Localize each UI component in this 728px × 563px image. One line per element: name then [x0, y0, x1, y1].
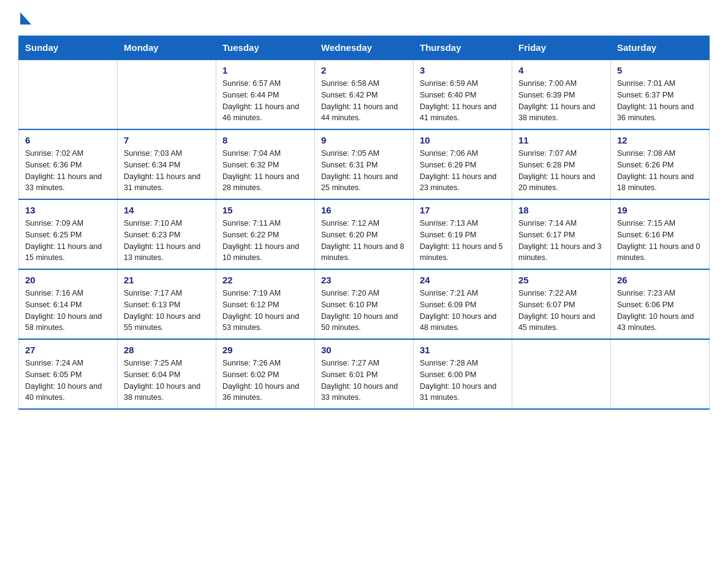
- day-number: 4: [518, 65, 604, 75]
- calendar-empty-cell: [611, 339, 710, 409]
- day-number: 21: [124, 275, 210, 285]
- weekday-header-monday: Monday: [118, 36, 216, 60]
- day-number: 13: [25, 205, 111, 215]
- weekday-header-tuesday: Tuesday: [216, 36, 315, 60]
- day-info: Sunrise: 7:12 AMSunset: 6:20 PMDaylight:…: [321, 218, 407, 264]
- calendar-day-8: 8Sunrise: 7:04 AMSunset: 6:32 PMDaylight…: [216, 129, 315, 199]
- day-info: Sunrise: 7:16 AMSunset: 6:14 PMDaylight:…: [25, 288, 111, 334]
- day-number: 1: [222, 65, 308, 75]
- day-info: Sunrise: 6:58 AMSunset: 6:42 PMDaylight:…: [321, 78, 407, 124]
- calendar-day-22: 22Sunrise: 7:19 AMSunset: 6:12 PMDayligh…: [216, 269, 315, 339]
- day-number: 24: [420, 275, 506, 285]
- day-info: Sunrise: 7:01 AMSunset: 6:37 PMDaylight:…: [617, 78, 703, 124]
- day-number: 9: [321, 135, 407, 145]
- day-number: 16: [321, 205, 407, 215]
- day-info: Sunrise: 7:06 AMSunset: 6:29 PMDaylight:…: [420, 148, 506, 194]
- calendar-day-13: 13Sunrise: 7:09 AMSunset: 6:25 PMDayligh…: [19, 199, 118, 269]
- day-info: Sunrise: 7:20 AMSunset: 6:10 PMDaylight:…: [321, 288, 407, 334]
- calendar-day-15: 15Sunrise: 7:11 AMSunset: 6:22 PMDayligh…: [216, 199, 315, 269]
- day-number: 6: [25, 135, 111, 145]
- calendar-week-row: 1Sunrise: 6:57 AMSunset: 6:44 PMDaylight…: [19, 59, 710, 129]
- day-info: Sunrise: 7:04 AMSunset: 6:32 PMDaylight:…: [222, 148, 308, 194]
- weekday-header-saturday: Saturday: [611, 36, 710, 60]
- day-info: Sunrise: 6:57 AMSunset: 6:44 PMDaylight:…: [222, 78, 308, 124]
- calendar-day-7: 7Sunrise: 7:03 AMSunset: 6:34 PMDaylight…: [118, 129, 216, 199]
- calendar-day-29: 29Sunrise: 7:26 AMSunset: 6:02 PMDayligh…: [216, 339, 315, 409]
- calendar-day-1: 1Sunrise: 6:57 AMSunset: 6:44 PMDaylight…: [216, 59, 315, 129]
- calendar-day-11: 11Sunrise: 7:07 AMSunset: 6:28 PMDayligh…: [512, 129, 611, 199]
- day-info: Sunrise: 6:59 AMSunset: 6:40 PMDaylight:…: [420, 78, 506, 124]
- calendar-week-row: 27Sunrise: 7:24 AMSunset: 6:05 PMDayligh…: [19, 339, 710, 409]
- calendar-week-row: 20Sunrise: 7:16 AMSunset: 6:14 PMDayligh…: [19, 269, 710, 339]
- day-number: 7: [124, 135, 210, 145]
- calendar-day-4: 4Sunrise: 7:00 AMSunset: 6:39 PMDaylight…: [512, 59, 611, 129]
- day-info: Sunrise: 7:05 AMSunset: 6:31 PMDaylight:…: [321, 148, 407, 194]
- weekday-header-sunday: Sunday: [19, 36, 118, 60]
- day-number: 25: [518, 275, 604, 285]
- day-info: Sunrise: 7:22 AMSunset: 6:07 PMDaylight:…: [518, 288, 604, 334]
- day-info: Sunrise: 7:09 AMSunset: 6:25 PMDaylight:…: [25, 218, 111, 264]
- day-number: 8: [222, 135, 308, 145]
- calendar-day-31: 31Sunrise: 7:28 AMSunset: 6:00 PMDayligh…: [414, 339, 512, 409]
- day-number: 12: [617, 135, 703, 145]
- day-number: 29: [222, 345, 308, 355]
- day-info: Sunrise: 7:07 AMSunset: 6:28 PMDaylight:…: [518, 148, 604, 194]
- calendar-day-2: 2Sunrise: 6:58 AMSunset: 6:42 PMDaylight…: [315, 59, 414, 129]
- page-header: [18, 12, 710, 25]
- day-info: Sunrise: 7:27 AMSunset: 6:01 PMDaylight:…: [321, 358, 407, 404]
- day-info: Sunrise: 7:10 AMSunset: 6:23 PMDaylight:…: [124, 218, 210, 264]
- calendar-day-5: 5Sunrise: 7:01 AMSunset: 6:37 PMDaylight…: [611, 59, 710, 129]
- day-number: 19: [617, 205, 703, 215]
- day-number: 22: [222, 275, 308, 285]
- calendar-day-12: 12Sunrise: 7:08 AMSunset: 6:26 PMDayligh…: [611, 129, 710, 199]
- day-number: 15: [222, 205, 308, 215]
- calendar-day-9: 9Sunrise: 7:05 AMSunset: 6:31 PMDaylight…: [315, 129, 414, 199]
- day-number: 26: [617, 275, 703, 285]
- day-number: 17: [420, 205, 506, 215]
- calendar-day-27: 27Sunrise: 7:24 AMSunset: 6:05 PMDayligh…: [19, 339, 118, 409]
- day-info: Sunrise: 7:11 AMSunset: 6:22 PMDaylight:…: [222, 218, 308, 264]
- day-number: 28: [124, 345, 210, 355]
- calendar-day-10: 10Sunrise: 7:06 AMSunset: 6:29 PMDayligh…: [414, 129, 512, 199]
- day-number: 11: [518, 135, 604, 145]
- day-info: Sunrise: 7:28 AMSunset: 6:00 PMDaylight:…: [420, 358, 506, 404]
- calendar-day-26: 26Sunrise: 7:23 AMSunset: 6:06 PMDayligh…: [611, 269, 710, 339]
- calendar-empty-cell: [118, 59, 216, 129]
- day-info: Sunrise: 7:24 AMSunset: 6:05 PMDaylight:…: [25, 358, 111, 404]
- day-number: 2: [321, 65, 407, 75]
- weekday-header-thursday: Thursday: [414, 36, 512, 60]
- calendar-day-17: 17Sunrise: 7:13 AMSunset: 6:19 PMDayligh…: [414, 199, 512, 269]
- calendar-day-16: 16Sunrise: 7:12 AMSunset: 6:20 PMDayligh…: [315, 199, 414, 269]
- calendar-empty-cell: [19, 59, 118, 129]
- calendar-table: SundayMondayTuesdayWednesdayThursdayFrid…: [18, 36, 710, 410]
- day-number: 14: [124, 205, 210, 215]
- calendar-day-28: 28Sunrise: 7:25 AMSunset: 6:04 PMDayligh…: [118, 339, 216, 409]
- day-info: Sunrise: 7:21 AMSunset: 6:09 PMDaylight:…: [420, 288, 506, 334]
- calendar-day-14: 14Sunrise: 7:10 AMSunset: 6:23 PMDayligh…: [118, 199, 216, 269]
- day-info: Sunrise: 7:13 AMSunset: 6:19 PMDaylight:…: [420, 218, 506, 264]
- day-info: Sunrise: 7:19 AMSunset: 6:12 PMDaylight:…: [222, 288, 308, 334]
- calendar-header-row: SundayMondayTuesdayWednesdayThursdayFrid…: [19, 36, 710, 60]
- logo-triangle-icon: [20, 12, 31, 25]
- logo: [18, 12, 31, 25]
- calendar-empty-cell: [512, 339, 611, 409]
- calendar-day-19: 19Sunrise: 7:15 AMSunset: 6:16 PMDayligh…: [611, 199, 710, 269]
- day-info: Sunrise: 7:02 AMSunset: 6:36 PMDaylight:…: [25, 148, 111, 194]
- day-info: Sunrise: 7:00 AMSunset: 6:39 PMDaylight:…: [518, 78, 604, 124]
- day-number: 27: [25, 345, 111, 355]
- calendar-day-23: 23Sunrise: 7:20 AMSunset: 6:10 PMDayligh…: [315, 269, 414, 339]
- day-info: Sunrise: 7:26 AMSunset: 6:02 PMDaylight:…: [222, 358, 308, 404]
- weekday-header-friday: Friday: [512, 36, 611, 60]
- calendar-day-20: 20Sunrise: 7:16 AMSunset: 6:14 PMDayligh…: [19, 269, 118, 339]
- calendar-day-30: 30Sunrise: 7:27 AMSunset: 6:01 PMDayligh…: [315, 339, 414, 409]
- day-info: Sunrise: 7:03 AMSunset: 6:34 PMDaylight:…: [124, 148, 210, 194]
- day-info: Sunrise: 7:23 AMSunset: 6:06 PMDaylight:…: [617, 288, 703, 334]
- calendar-day-18: 18Sunrise: 7:14 AMSunset: 6:17 PMDayligh…: [512, 199, 611, 269]
- day-info: Sunrise: 7:15 AMSunset: 6:16 PMDaylight:…: [617, 218, 703, 264]
- weekday-header-wednesday: Wednesday: [315, 36, 414, 60]
- day-number: 3: [420, 65, 506, 75]
- day-number: 10: [420, 135, 506, 145]
- calendar-day-25: 25Sunrise: 7:22 AMSunset: 6:07 PMDayligh…: [512, 269, 611, 339]
- calendar-day-6: 6Sunrise: 7:02 AMSunset: 6:36 PMDaylight…: [19, 129, 118, 199]
- day-number: 31: [420, 345, 506, 355]
